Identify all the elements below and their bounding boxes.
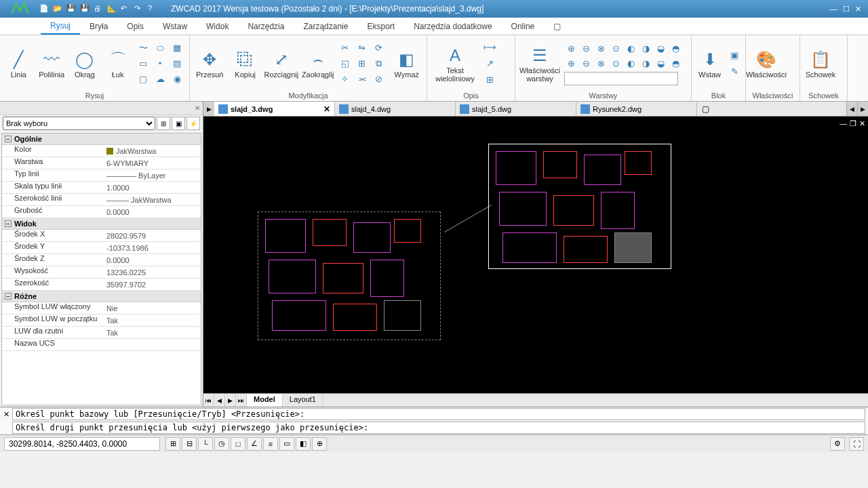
tab-widok[interactable]: Widok <box>197 18 238 35</box>
osnap-toggle[interactable]: □ <box>231 437 245 451</box>
panel-close-icon[interactable]: ✕ <box>0 102 203 115</box>
ellipse-icon[interactable]: ⬭ <box>153 41 167 55</box>
panel-expand-icon[interactable]: ▢ <box>544 18 570 35</box>
cmd-close-icon[interactable]: ✕ <box>0 410 12 419</box>
rect-icon[interactable]: ▭ <box>136 57 150 70</box>
app-logo[interactable] <box>3 1 37 17</box>
explode-icon[interactable]: ✧ <box>338 73 352 86</box>
scale-icon[interactable]: ◱ <box>338 57 352 70</box>
prop-ucs-name[interactable] <box>104 339 201 350</box>
prop-ltscale[interactable]: 1.0000 <box>104 182 201 193</box>
leader-icon[interactable]: ↗ <box>483 57 496 70</box>
erase-button[interactable]: ◧Wymaż <box>391 39 422 88</box>
insert-button[interactable]: ⬇Wstaw <box>696 39 724 88</box>
tab-bryla[interactable]: Bryła <box>80 18 117 35</box>
tab-wstaw[interactable]: Wstaw <box>153 18 197 35</box>
trim-icon[interactable]: ✂ <box>338 41 352 55</box>
polar-toggle[interactable]: ◷ <box>214 437 229 451</box>
point-icon[interactable]: • <box>153 57 167 70</box>
doc-tab-1[interactable]: slajd_3.dwg✕ <box>214 102 335 116</box>
dyn-toggle[interactable]: ▭ <box>279 437 294 451</box>
layout-last-icon[interactable]: ⏭ <box>236 394 247 407</box>
layer-tool-icon[interactable]: ⊕ <box>564 41 578 55</box>
select-objects-icon[interactable]: ▣ <box>172 117 185 130</box>
vp-minimize-icon[interactable]: — <box>840 119 847 128</box>
prop-centerx[interactable]: 28020.9579 <box>104 230 201 241</box>
properties-button[interactable]: 🎨Właściwości <box>750 39 783 88</box>
settings-icon[interactable]: ⚙ <box>830 437 845 451</box>
tab-scroll-left-icon[interactable]: ◀ <box>846 102 857 116</box>
cat-view[interactable]: −Widok <box>2 218 201 230</box>
array-icon[interactable]: ⊞ <box>355 57 369 70</box>
open-icon[interactable]: 📂 <box>53 4 62 14</box>
create-block-icon[interactable]: ▣ <box>728 49 741 62</box>
grid-toggle[interactable]: ⊟ <box>182 437 197 451</box>
cat-misc[interactable]: −Różne <box>2 291 201 302</box>
close-button[interactable]: ✕ <box>855 5 861 14</box>
prop-color[interactable]: JakWarstwa <box>104 145 201 157</box>
model-toggle[interactable]: ◧ <box>296 437 311 451</box>
help-icon[interactable]: ? <box>148 4 157 14</box>
prop-centerz[interactable]: 0.0000 <box>104 254 201 266</box>
prop-centery[interactable]: -10373.1986 <box>104 242 201 253</box>
stretch-button[interactable]: ⤢Rozciągnij <box>265 39 298 88</box>
doc-tab-4[interactable]: Rysunek2.dwg <box>576 102 697 116</box>
quick-select-icon[interactable]: ⚡ <box>186 117 200 130</box>
fullscreen-icon[interactable]: ⛶ <box>849 437 864 451</box>
tab-opis[interactable]: Opis <box>117 18 153 35</box>
prop-layer[interactable]: 6-WYMIARY <box>104 157 201 169</box>
tab-zarzadzanie[interactable]: Zarządzanie <box>294 18 357 35</box>
prop-thickness[interactable]: 0.0000 <box>104 206 201 218</box>
tab-narzedzia[interactable]: Narzędzia <box>238 18 294 35</box>
circle-button[interactable]: ◯Okrąg <box>71 39 100 88</box>
layout-layout1[interactable]: Layout1 <box>283 394 323 407</box>
vp-restore-icon[interactable]: ❐ <box>850 119 856 128</box>
prop-ucsicon-on[interactable]: Nie <box>104 302 201 314</box>
saveas-icon[interactable]: 💾 <box>80 4 90 14</box>
edit-block-icon[interactable]: ✎ <box>728 65 741 79</box>
ortho-toggle[interactable]: └ <box>198 437 213 451</box>
mtext-button[interactable]: ATekstwieloliniowy <box>431 39 479 88</box>
new-tab-icon[interactable]: ▢ <box>697 102 713 116</box>
pickadd-icon[interactable]: ⊞ <box>157 117 170 130</box>
mirror-icon[interactable]: ⇋ <box>355 41 369 55</box>
tab-eksport[interactable]: Eksport <box>357 18 404 35</box>
prop-lineweight[interactable]: ——— JakWarstwa <box>104 194 201 205</box>
command-input[interactable] <box>12 422 865 434</box>
prop-width[interactable]: 35997.9702 <box>104 279 201 290</box>
doc-tab-3[interactable]: slajd_5.dwg <box>456 102 576 116</box>
layout-next-icon[interactable]: ▶ <box>225 394 236 407</box>
layer-props-button[interactable]: ☰Właściwościwarstwy <box>519 39 560 88</box>
tab-rysuj[interactable]: Rysuj <box>41 18 80 35</box>
viewport[interactable]: — ❐ ✕ <box>203 117 868 393</box>
dim-icon[interactable]: ⟼ <box>483 41 496 54</box>
prop-ucs-vp[interactable]: Tak <box>104 327 201 338</box>
vp-close-icon[interactable]: ✕ <box>859 119 865 128</box>
gradient-icon[interactable]: ▨ <box>170 57 184 70</box>
polyline-button[interactable]: 〰Polilinia <box>37 39 66 88</box>
arc-button[interactable]: ⌒Łuk <box>103 39 132 88</box>
prop-height[interactable]: 13236.0225 <box>104 266 201 278</box>
minimize-button[interactable]: — <box>830 5 837 14</box>
break-icon[interactable]: ⊘ <box>372 73 386 86</box>
layer-combo[interactable] <box>564 72 678 85</box>
region-icon[interactable]: ▢ <box>136 73 150 86</box>
layout-model[interactable]: Model <box>247 394 283 407</box>
offset-icon[interactable]: ⧉ <box>372 57 386 70</box>
layout-first-icon[interactable]: ⏮ <box>203 394 214 407</box>
cycle-toggle[interactable]: ⊕ <box>312 437 327 451</box>
cat-general[interactable]: −Ogólnie <box>2 134 201 145</box>
plot-icon[interactable]: 📐 <box>107 4 117 14</box>
prop-linetype[interactable]: ———— ByLayer <box>104 169 201 181</box>
print-icon[interactable]: 🖨 <box>94 4 103 14</box>
donut-icon[interactable]: ◉ <box>170 73 184 86</box>
move-button[interactable]: ✥Przesuń <box>194 39 225 88</box>
doc-tab-2[interactable]: slajd_4.dwg <box>335 102 456 116</box>
new-icon[interactable]: 📄 <box>39 4 49 14</box>
spline-icon[interactable]: 〜 <box>136 41 150 55</box>
maximize-button[interactable]: ☐ <box>843 5 850 14</box>
coordinates[interactable]: 30299.8014, -8250.4403, 0.0000 <box>4 437 160 451</box>
revcloud-icon[interactable]: ☁ <box>153 73 167 86</box>
redo-icon[interactable]: ↷ <box>134 4 144 14</box>
tab-close-icon[interactable]: ✕ <box>323 104 330 114</box>
